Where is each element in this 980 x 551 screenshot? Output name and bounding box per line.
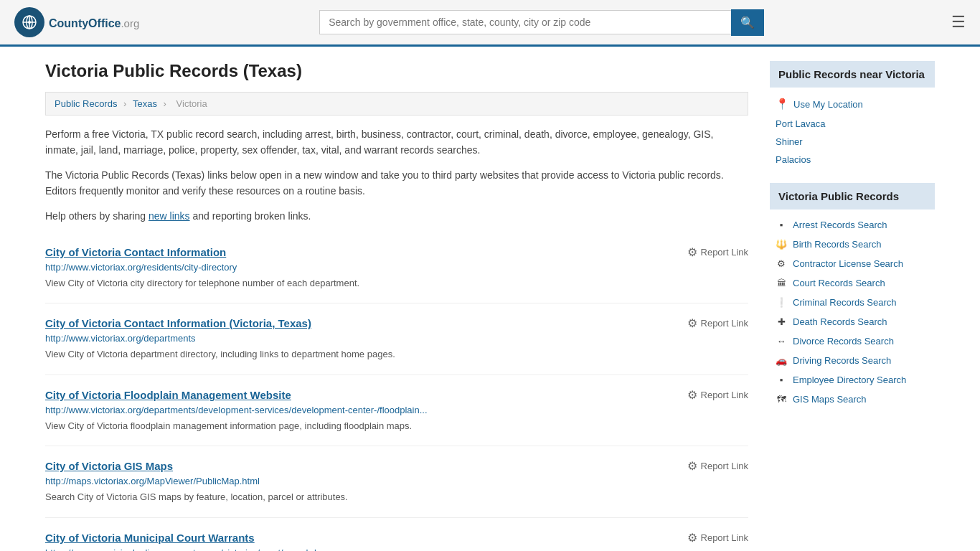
- report-icon-4: ⚙: [687, 531, 697, 545]
- report-link-4[interactable]: ⚙ Report Link: [687, 531, 748, 545]
- records-label-8: Employee Directory Search: [793, 375, 906, 385]
- result-header-2: City of Victoria Floodplain Management W…: [45, 388, 748, 402]
- result-url-2[interactable]: http://www.victoriax.org/departments/dev…: [45, 405, 748, 415]
- search-bar: 🔍: [319, 9, 764, 36]
- breadcrumb-sep1: ›: [123, 98, 129, 109]
- result-header-4: City of Victoria Municipal Court Warrant…: [45, 531, 748, 545]
- header: CountyOffice.org 🔍 ☰: [0, 0, 980, 47]
- result-header-0: City of Victoria Contact Information ⚙ R…: [45, 245, 748, 259]
- result-item: City of Victoria GIS Maps ⚙ Report Link …: [45, 446, 748, 518]
- result-title-1[interactable]: City of Victoria Contact Information (Vi…: [45, 317, 311, 329]
- sidebar-nearby-title: Public Records near Victoria: [770, 61, 935, 88]
- result-url-1[interactable]: http://www.victoriax.org/departments: [45, 333, 748, 344]
- new-links-link[interactable]: new links: [149, 210, 190, 222]
- records-label-1: Birth Records Search: [793, 239, 882, 250]
- description-2: The Victoria Public Records (Texas) link…: [45, 167, 748, 199]
- menu-button[interactable]: ☰: [951, 13, 966, 32]
- logo-icon: [14, 7, 44, 37]
- result-item: City of Victoria Municipal Court Warrant…: [45, 518, 748, 551]
- hamburger-icon: ☰: [951, 13, 966, 31]
- result-item: City of Victoria Contact Information ⚙ R…: [45, 232, 748, 304]
- result-header-3: City of Victoria GIS Maps ⚙ Report Link: [45, 459, 748, 473]
- location-pin-icon: 📍: [776, 98, 789, 110]
- content-area: Victoria Public Records (Texas) Public R…: [45, 61, 748, 551]
- records-icon-8: ▪: [776, 375, 787, 385]
- description-1: Perform a free Victoria, TX public recor…: [45, 126, 748, 159]
- report-icon-2: ⚙: [687, 388, 697, 402]
- search-icon: 🔍: [740, 17, 755, 29]
- records-label-4: Criminal Records Search: [793, 297, 897, 308]
- search-button[interactable]: 🔍: [731, 9, 764, 36]
- search-input[interactable]: [319, 10, 731, 34]
- sidebar-records-section: Victoria Public Records ▪ Arrest Records…: [770, 183, 935, 409]
- report-link-3[interactable]: ⚙ Report Link: [687, 459, 748, 473]
- records-link-7[interactable]: 🚗 Driving Records Search: [770, 351, 935, 370]
- result-item: City of Victoria Floodplain Management W…: [45, 375, 748, 447]
- sidebar-records-title: Victoria Public Records: [770, 183, 935, 209]
- records-label-6: Divorce Records Search: [793, 336, 894, 347]
- records-icon-2: ⚙: [776, 258, 787, 269]
- report-icon-3: ⚙: [687, 459, 697, 473]
- records-link-6[interactable]: ↔ Divorce Records Search: [770, 331, 935, 351]
- records-icon-1: 🔱: [776, 239, 787, 250]
- records-label-0: Arrest Records Search: [793, 220, 887, 230]
- nearby-links-list: Port LavacaShinerPalacios: [770, 115, 935, 169]
- result-desc-0: View City of Victoria city directory for…: [45, 276, 748, 291]
- main-container: Victoria Public Records (Texas) Public R…: [24, 47, 956, 551]
- sidebar: Public Records near Victoria 📍 Use My Lo…: [770, 61, 935, 551]
- records-link-0[interactable]: ▪ Arrest Records Search: [770, 215, 935, 235]
- report-link-1[interactable]: ⚙ Report Link: [687, 316, 748, 330]
- records-links-list: ▪ Arrest Records Search 🔱 Birth Records …: [770, 215, 935, 409]
- records-link-2[interactable]: ⚙ Contractor License Search: [770, 254, 935, 273]
- records-icon-7: 🚗: [776, 355, 787, 366]
- result-url-0[interactable]: http://www.victoriax.org/residents/city-…: [45, 262, 748, 273]
- logo-area: CountyOffice.org: [14, 7, 139, 37]
- records-icon-3: 🏛: [776, 278, 787, 288]
- breadcrumb-sep2: ›: [164, 98, 169, 109]
- records-link-4[interactable]: ❕ Criminal Records Search: [770, 293, 935, 312]
- results-list: City of Victoria Contact Information ⚙ R…: [45, 232, 748, 551]
- breadcrumb-texas[interactable]: Texas: [133, 98, 157, 109]
- records-link-9[interactable]: 🗺 GIS Maps Search: [770, 390, 935, 409]
- result-title-4[interactable]: City of Victoria Municipal Court Warrant…: [45, 532, 255, 544]
- result-url-3[interactable]: http://maps.victoriax.org/MapViewer/Publ…: [45, 476, 748, 486]
- records-link-5[interactable]: ✚ Death Records Search: [770, 312, 935, 331]
- result-title-3[interactable]: City of Victoria GIS Maps: [45, 460, 173, 472]
- nearby-link-0[interactable]: Port Lavaca: [770, 115, 935, 133]
- result-desc-1: View City of Victoria department directo…: [45, 347, 748, 362]
- sidebar-nearby-section: Public Records near Victoria 📍 Use My Lo…: [770, 61, 935, 169]
- report-link-2[interactable]: ⚙ Report Link: [687, 388, 748, 402]
- result-header-1: City of Victoria Contact Information (Vi…: [45, 316, 748, 330]
- records-label-2: Contractor License Search: [793, 258, 903, 269]
- records-icon-4: ❕: [776, 297, 787, 308]
- result-title-2[interactable]: City of Victoria Floodplain Management W…: [45, 389, 291, 401]
- breadcrumb-victoria: Victoria: [176, 98, 207, 109]
- report-icon-1: ⚙: [687, 316, 697, 330]
- records-link-8[interactable]: ▪ Employee Directory Search: [770, 370, 935, 390]
- records-icon-9: 🗺: [776, 394, 787, 405]
- logo-text: CountyOffice.org: [49, 14, 139, 31]
- svg-point-5: [28, 21, 31, 24]
- nearby-link-1[interactable]: Shiner: [770, 133, 935, 151]
- records-label-9: GIS Maps Search: [793, 394, 867, 405]
- records-icon-5: ✚: [776, 316, 787, 327]
- records-label-7: Driving Records Search: [793, 355, 891, 366]
- report-link-0[interactable]: ⚙ Report Link: [687, 245, 748, 259]
- records-link-3[interactable]: 🏛 Court Records Search: [770, 273, 935, 293]
- result-item: City of Victoria Contact Information (Vi…: [45, 303, 748, 375]
- report-icon-0: ⚙: [687, 245, 697, 259]
- breadcrumb: Public Records › Texas › Victoria: [45, 92, 748, 116]
- records-link-1[interactable]: 🔱 Birth Records Search: [770, 235, 935, 254]
- records-label-3: Court Records Search: [793, 278, 885, 288]
- result-title-0[interactable]: City of Victoria Contact Information: [45, 246, 226, 258]
- nearby-link-2[interactable]: Palacios: [770, 151, 935, 169]
- records-icon-6: ↔: [776, 336, 787, 347]
- breadcrumb-public-records[interactable]: Public Records: [55, 98, 117, 109]
- records-icon-0: ▪: [776, 220, 787, 230]
- result-desc-2: View City of Victoria floodplain managem…: [45, 419, 748, 433]
- result-desc-3: Search City of Victoria GIS maps by feat…: [45, 490, 748, 504]
- records-label-5: Death Records Search: [793, 316, 887, 327]
- page-title: Victoria Public Records (Texas): [45, 61, 748, 81]
- use-my-location-link[interactable]: 📍 Use My Location: [770, 93, 935, 115]
- result-url-4[interactable]: https://www.municipalonlinepayments.com/…: [45, 547, 748, 551]
